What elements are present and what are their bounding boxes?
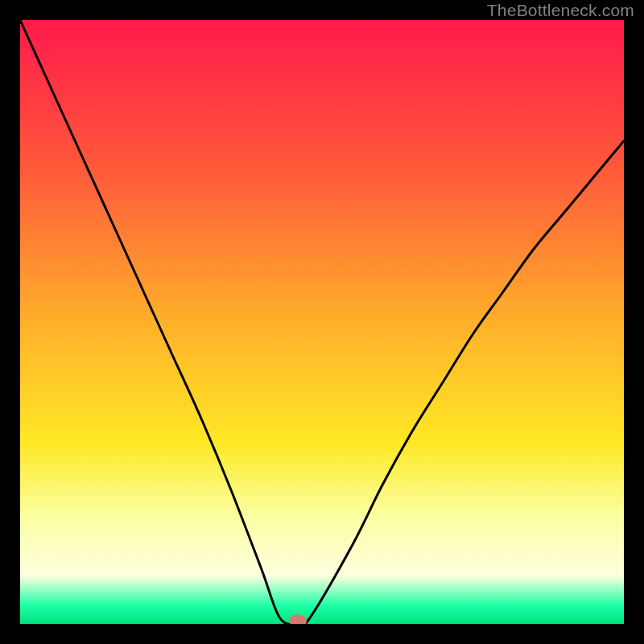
chart-area <box>20 20 624 624</box>
outer-frame: TheBottleneck.com <box>0 0 644 644</box>
watermark-text: TheBottleneck.com <box>487 1 634 20</box>
chart-svg <box>20 20 624 624</box>
chart-background <box>20 20 624 624</box>
